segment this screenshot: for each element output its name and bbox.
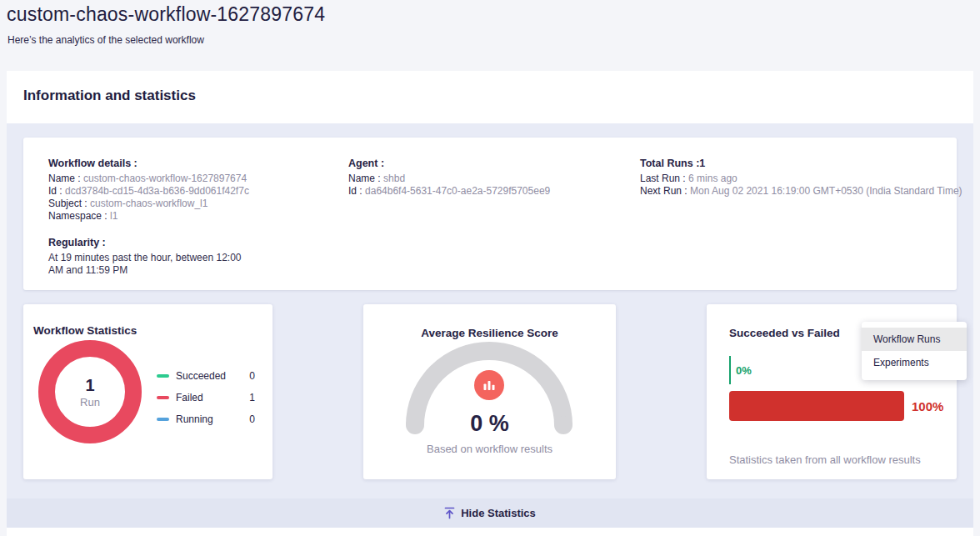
legend-dash-icon [157,374,169,378]
detail-label: Name : [48,173,81,184]
stats-caption: Statistics taken from all workflow resul… [729,453,921,466]
bar-chart-icon [474,370,504,400]
detail-label: Subject : [48,198,88,209]
legend-label: Failed [176,392,249,403]
regularity-heading: Regularity : [48,237,323,248]
detail-value: l1 [110,210,118,222]
detail-value: Mon Aug 02 2021 16:19:00 GMT+0530 (India… [690,185,962,197]
stats-panel: Workflow details : Name : custom-chaos-w… [7,123,973,498]
collapse-up-icon [444,507,455,519]
menu-item-experiments[interactable]: Experiments [862,351,967,374]
donut-center-value: 1 [85,376,94,395]
total-runs-heading: Total Runs :1 [640,158,965,169]
failed-bar [729,391,904,421]
regularity-text-line2: AM and 11:59 PM [48,264,323,277]
card-average-resilience-score: Average Resilience Score 0 % Based on wo [363,304,616,479]
detail-row-name: Name : custom-chaos-workflow-1627897674 [48,173,323,185]
card-title: Succeeded vs Failed [729,327,840,339]
detail-label: Namespace : [48,210,108,222]
information-statistics-section: Information and statistics Workflow deta… [7,71,973,536]
regularity-text-line1: At 19 minutes past the hour, between 12:… [48,252,323,264]
workflow-details-heading: Workflow details : [48,158,323,169]
workflow-details-card: Workflow details : Name : custom-chaos-w… [23,138,957,290]
detail-value: dcd3784b-cd15-4d3a-b636-9dd061f42f7c [65,185,249,197]
hide-statistics-label: Hide Statistics [461,507,536,519]
succeeded-percent-label: 0% [736,364,752,377]
detail-label: Name : [348,173,381,184]
detail-value: custom-chaos-workflow-1627897674 [83,173,247,184]
chart-source-dropdown-menu: Workflow Runs Experiments [862,322,967,380]
legend-value: 1 [249,392,255,403]
agent-heading: Agent : [348,158,623,169]
legend-label: Running [176,413,249,425]
donut-center-label: Run [80,396,100,408]
detail-row-id: Id : dcd3784b-cd15-4d3a-b636-9dd061f42f7… [48,185,323,198]
detail-label: Id : [348,185,362,197]
resilience-score-caption: Based on workflow results [363,443,616,455]
detail-label: Next Run : [640,185,688,197]
detail-row-agent-name: Name : shbd [348,173,623,185]
detail-value: shbd [383,173,405,184]
card-title: Average Resilience Score [363,327,616,339]
donut-legend: Succeeded 0 Failed 1 Running 0 [157,370,255,435]
detail-row-agent-id: Id : da64b6f4-5631-47c0-ae2a-5729f5705ee… [348,185,623,198]
legend-dash-icon [157,396,169,399]
page-subtitle: Here’s the analytics of the selected wor… [8,34,204,46]
detail-row-next-run: Next Run : Mon Aug 02 2021 16:19:00 GMT+… [640,185,965,198]
succeeded-axis-line [729,356,731,384]
donut-chart: 1 Run [38,340,142,443]
failed-bar-row: 100% [729,391,943,421]
agent-column: Agent : Name : shbd Id : da64b6f4-5631-4… [348,158,623,198]
hide-statistics-button[interactable]: Hide Statistics [7,498,973,528]
detail-value: da64b6f4-5631-47c0-ae2a-5729f5705ee9 [365,185,550,197]
detail-value: 6 mins ago [688,173,738,184]
card-workflow-statistics: Workflow Statistics 1 Run Succeeded 0 Fa… [23,304,272,479]
detail-value: custom-chaos-workflow_l1 [90,198,208,209]
legend-dash-icon [157,418,169,421]
detail-row-subject: Subject : custom-chaos-workflow_l1 [48,198,323,210]
section-heading: Information and statistics [23,88,196,104]
succeeded-bar: 0% [729,356,752,384]
legend-item-running: Running 0 [157,413,255,425]
stat-cards-row: Workflow Statistics 1 Run Succeeded 0 Fa… [23,304,957,479]
detail-label: Last Run : [640,173,686,184]
failed-percent-label: 100% [912,399,943,413]
detail-label: Id : [48,185,62,197]
menu-item-workflow-runs[interactable]: Workflow Runs [862,328,967,351]
total-runs-column: Total Runs :1 Last Run : 6 mins ago Next… [640,158,965,198]
legend-value: 0 [249,413,255,425]
legend-value: 0 [249,370,255,382]
legend-item-failed: Failed 1 [157,392,255,403]
resilience-score-value: 0 % [363,411,616,437]
detail-row-namespace: Namespace : l1 [48,210,323,223]
regularity-block: Regularity : At 19 minutes past the hour… [48,237,323,277]
legend-item-succeeded: Succeeded 0 [157,370,255,382]
page-title: custom-chaos-workflow-1627897674 [7,3,325,26]
card-title: Workflow Statistics [33,324,137,337]
legend-label: Succeeded [176,370,249,382]
detail-row-last-run: Last Run : 6 mins ago [640,173,965,185]
workflow-details-column: Workflow details : Name : custom-chaos-w… [48,158,323,277]
card-succeeded-vs-failed: Succeeded vs Failed 0% 100% Statistics t… [707,304,957,479]
